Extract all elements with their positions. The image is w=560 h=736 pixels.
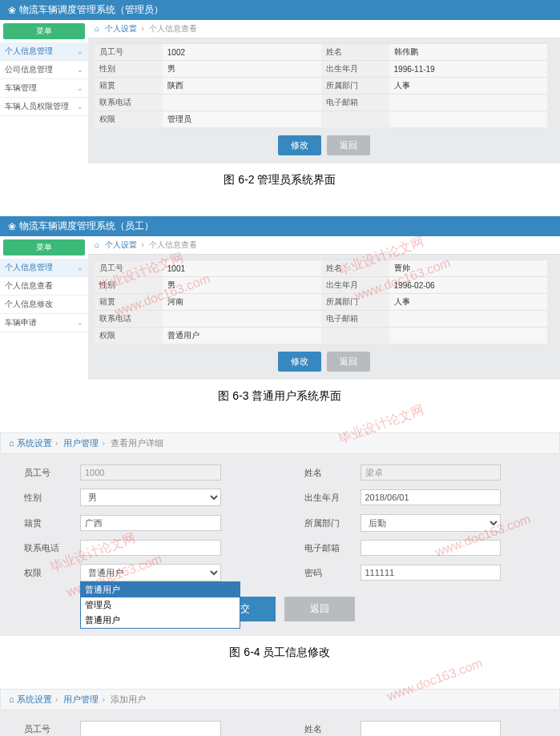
id-field[interactable]	[80, 721, 221, 736]
figure-6-2: ❀ 物流车辆调度管理系统（管理员） 菜单 个人信息管理⌄ 公司信息管理⌄ 车辆管…	[0, 0, 560, 202]
sidebar: 菜单 个人信息管理⌄ 公司信息管理⌄ 车辆管理⌄ 车辆人员权限管理⌄	[0, 20, 88, 163]
sidebar-item-company[interactable]: 公司信息管理⌄	[0, 61, 88, 79]
admin-panel: ❀ 物流车辆调度管理系统（管理员） 菜单 个人信息管理⌄ 公司信息管理⌄ 车辆管…	[0, 0, 560, 163]
app-title: 物流车辆调度管理系统（员工）	[19, 219, 154, 233]
button-row: 修改 返回	[88, 344, 560, 380]
caption: 图 6-3 普通用户系统界面	[0, 380, 560, 418]
name-field	[361, 465, 502, 481]
breadcrumb: ⌂ 个人设置 › 个人信息查看	[88, 20, 560, 38]
button-row: 修改 返回	[88, 127, 560, 163]
sex-select[interactable]: 男	[80, 489, 221, 506]
origin-field[interactable]	[80, 515, 221, 531]
back-button[interactable]: 返回	[327, 135, 370, 155]
figure-6-3: ❀ 物流车辆调度管理系统（员工） 菜单 个人信息管理⌄ 个人信息查看 个人信息修…	[0, 216, 560, 418]
chevron-down-icon: ⌄	[77, 319, 83, 327]
employee-panel: ❀ 物流车辆调度管理系统（员工） 菜单 个人信息管理⌄ 个人信息查看 个人信息修…	[0, 216, 560, 380]
label-origin: 籍贯	[0, 517, 80, 529]
name-field[interactable]	[361, 721, 502, 736]
role-option[interactable]: 普通用户	[81, 613, 240, 628]
role-select[interactable]: 普通用户	[80, 564, 221, 581]
edit-user-panel: ⌂ 系统设置› 用户管理› 查看用户详细 员工号 姓名 性别男 出生年月 籍贯 …	[0, 432, 560, 636]
figure-6-5: ⌂ 系统设置› 用户管理› 添加用户 员工号 姓名 性别 出生年月 籍贯 所属部…	[0, 689, 560, 736]
home-icon[interactable]: ⌂	[95, 240, 99, 249]
breadcrumb: ⌂ 个人设置 › 个人信息查看	[88, 236, 560, 255]
role-option[interactable]: 普通用户	[81, 582, 240, 597]
leaf-icon: ❀	[8, 221, 16, 232]
back-button[interactable]: 返回	[327, 352, 370, 372]
chevron-down-icon: ⌄	[77, 47, 83, 55]
content: ⌂ 个人设置 › 个人信息查看 员工号1002姓名韩伟鹏 性别男出生年月1996…	[88, 20, 560, 163]
form: 员工号 姓名 性别男 出生年月 籍贯 所属部门后勤 联系电话 电子邮箱 权限 普…	[0, 454, 560, 636]
label-email: 电子邮箱	[280, 542, 361, 554]
sidebar-item-permission[interactable]: 车辆人员权限管理⌄	[0, 98, 88, 116]
label-phone: 联系电话	[0, 542, 80, 554]
caption: 图 6-2 管理员系统界面	[0, 163, 560, 202]
breadcrumb: ⌂ 系统设置› 用户管理› 添加用户	[0, 689, 560, 710]
breadcrumb: ⌂ 系统设置› 用户管理› 查看用户详细	[0, 432, 560, 454]
home-icon[interactable]: ⌂	[9, 438, 14, 448]
app-header: ❀ 物流车辆调度管理系统（员工）	[0, 216, 560, 236]
label-role: 权限	[0, 567, 80, 579]
role-dropdown: 普通用户 管理员 普通用户	[80, 581, 240, 629]
menu-button[interactable]: 菜单	[3, 239, 85, 255]
home-icon[interactable]: ⌂	[9, 694, 14, 704]
label-dept: 所属部门	[280, 517, 361, 529]
label-id: 员工号	[0, 467, 80, 479]
sidebar-item-personal[interactable]: 个人信息管理⌄	[0, 42, 88, 61]
role-option[interactable]: 管理员	[81, 597, 240, 613]
dept-select[interactable]: 后勤	[361, 514, 502, 532]
label-name: 姓名	[280, 467, 361, 479]
pwd-field[interactable]	[361, 565, 502, 581]
back-button[interactable]: 返回	[284, 597, 355, 621]
app-title: 物流车辆调度管理系统（管理员）	[19, 3, 163, 17]
edit-button[interactable]: 修改	[278, 352, 321, 372]
add-user-panel: ⌂ 系统设置› 用户管理› 添加用户 员工号 姓名 性别 出生年月 籍贯 所属部…	[0, 689, 560, 736]
dob-field[interactable]	[361, 489, 502, 505]
content: ⌂ 个人设置 › 个人信息查看 员工号1001姓名曹帅 性别男出生年月1996-…	[88, 236, 560, 380]
email-field[interactable]	[361, 540, 502, 556]
label-dob: 出生年月	[280, 492, 361, 504]
chevron-down-icon: ⌄	[77, 103, 83, 111]
menu-button[interactable]: 菜单	[3, 23, 85, 39]
home-icon[interactable]: ⌂	[95, 24, 99, 33]
sidebar-item-view[interactable]: 个人信息查看	[0, 277, 88, 296]
sidebar-item-personal[interactable]: 个人信息管理⌄	[0, 259, 88, 277]
sidebar-item-apply[interactable]: 车辆申请⌄	[0, 314, 88, 332]
sidebar-item-edit[interactable]: 个人信息修改	[0, 296, 88, 314]
info-table: 员工号1001姓名曹帅 性别男出生年月1996-02-06 籍贯河南所属部门人事…	[95, 259, 547, 344]
info-table: 员工号1002姓名韩伟鹏 性别男出生年月1996-11-19 籍贯陕西所属部门人…	[95, 43, 547, 127]
figure-6-4: ⌂ 系统设置› 用户管理› 查看用户详细 员工号 姓名 性别男 出生年月 籍贯 …	[0, 432, 560, 674]
label-name: 姓名	[280, 723, 361, 735]
caption: 图 6-4 员工信息修改	[0, 636, 560, 674]
sidebar: 菜单 个人信息管理⌄ 个人信息查看 个人信息修改 车辆申请⌄	[0, 236, 88, 380]
label-id: 员工号	[0, 723, 80, 735]
label-sex: 性别	[0, 492, 80, 504]
chevron-down-icon: ⌄	[77, 66, 83, 74]
label-pwd: 密码	[280, 567, 361, 579]
leaf-icon: ❀	[8, 5, 16, 16]
phone-field[interactable]	[80, 540, 221, 556]
edit-button[interactable]: 修改	[278, 135, 321, 155]
chevron-down-icon: ⌄	[77, 84, 83, 92]
sidebar-item-vehicle[interactable]: 车辆管理⌄	[0, 79, 88, 98]
app-header: ❀ 物流车辆调度管理系统（管理员）	[0, 0, 560, 20]
form: 员工号 姓名 性别 出生年月 籍贯 所属部门开发 联系电话 电子邮箱 权限普通用…	[0, 710, 560, 736]
chevron-down-icon: ⌄	[77, 263, 83, 271]
id-field	[80, 465, 221, 481]
